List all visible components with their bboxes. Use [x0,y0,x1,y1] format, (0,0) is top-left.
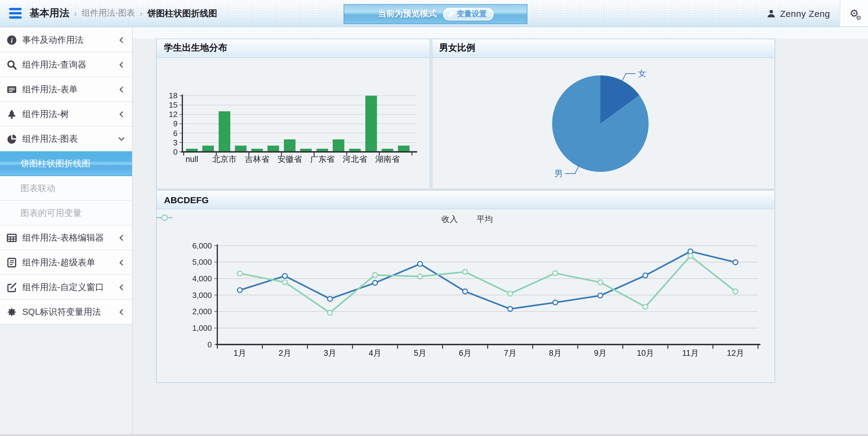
settings-button[interactable]: ⚙ ⚙ [840,0,868,27]
line-category-label: 12月 [727,349,744,358]
chevron-left-icon [118,61,125,68]
point-平均-12月[interactable] [733,289,738,294]
point-平均-1月[interactable] [238,271,242,276]
hamburger-menu-icon[interactable] [9,8,22,19]
sidebar-item-label: 组件用法-表格编辑器 [22,232,118,243]
line-ytick-label: 0 [208,340,212,349]
svg-text:i: i [11,36,13,44]
point-平均-2月[interactable] [282,280,287,285]
bar-null-1[interactable] [202,145,214,152]
line-category-label: 6月 [459,349,471,358]
point-收入-7月[interactable] [508,307,513,312]
point-平均-10月[interactable] [643,304,648,309]
point-平均-3月[interactable] [328,310,333,315]
point-平均-4月[interactable] [373,272,377,278]
line-category-label: 5月 [414,349,427,358]
legend-item-平均[interactable]: 平均 [473,214,493,225]
sidebar-item[interactable]: 组件用法-树 [0,102,132,127]
sidebar-item-label: 组件用法-表单 [22,84,118,95]
sidebar-item[interactable]: 组件用法-自定义窗口 [0,275,132,300]
point-收入-6月[interactable] [463,289,467,294]
sidebar-subitem[interactable]: 图表联动 [0,176,132,201]
line-chart-body: 收入平均 01,0002,0003,0004,0005,0006,0001月2月… [157,209,775,382]
sidebar-item[interactable]: SQL标识符变量用法 [0,300,132,324]
line-category-label: 3月 [324,349,336,358]
point-收入-1月[interactable] [238,288,242,292]
breadcrumb-brand[interactable]: 基本用法 [30,7,69,20]
point-平均-6月[interactable] [463,269,467,274]
point-收入-3月[interactable] [328,296,333,301]
bar-北京市-0[interactable] [219,111,230,151]
bar-湖南省-1[interactable] [398,145,410,152]
point-收入-2月[interactable] [282,273,287,278]
chevron-left-icon [118,86,125,93]
legend-item-收入[interactable]: 收入 [438,214,458,225]
point-收入-4月[interactable] [373,281,377,285]
bar-北京市-1[interactable] [235,145,247,152]
line-ytick-label: 2,000 [192,307,212,316]
point-收入-10月[interactable] [643,273,648,278]
sidebar-item[interactable]: 组件用法-表格编辑器 [0,226,132,250]
bar-ytick-label: 18 [169,91,178,100]
pie-chart: 女男 [432,58,774,188]
legend-label: 平均 [476,214,493,225]
bar-category-label: 湖南省 [375,154,400,164]
point-收入-12月[interactable] [733,260,738,265]
sidebar-item[interactable]: i事件及动作用法 [0,28,132,53]
point-收入-5月[interactable] [418,261,423,266]
line-ytick-label: 4,000 [192,274,212,283]
pie-slice-label: 男 [554,169,563,178]
sidebar-subitem[interactable]: 图表的可用变量 [0,201,132,226]
point-平均-9月[interactable] [598,280,603,285]
bar-河北省-1[interactable] [365,95,377,151]
line-ytick-label: 1,000 [192,323,212,332]
sidebar-item-label: 组件用法-图表 [22,133,118,144]
line-ytick-label: 5,000 [192,258,212,266]
sidebar-subitem-selected[interactable]: 饼图柱状图折线图 [0,151,132,176]
bar-category-label: 安徽省 [278,154,302,164]
point-平均-5月[interactable] [418,274,423,279]
point-收入-8月[interactable] [553,300,558,305]
pie-label-line [565,165,579,173]
point-平均-7月[interactable] [508,291,513,296]
pie-chart-icon [7,134,17,144]
panel-line-chart: ABCDEFG 收入平均 01,0002,0003,0004,0005,0006… [156,190,775,383]
sidebar-item[interactable]: 组件用法-查询器 [0,53,132,77]
pie-label-line [621,73,635,81]
point-平均-11月[interactable] [688,254,693,258]
line-category-label: 10月 [637,349,654,358]
bar-广东省-1[interactable] [333,139,344,151]
bar-ytick-label: 9 [173,119,178,128]
sidebar: i事件及动作用法组件用法-查询器组件用法-表单组件用法-树组件用法-图表饼图柱状… [0,27,133,436]
burst-icon [7,307,17,317]
line-chart: 01,0002,0003,0004,0005,0006,0001月2月3月4月5… [157,209,775,382]
table-icon [7,232,17,243]
panel-bar-chart: 学生出生地分布 0369121518null北京市吉林省安徽省广东省河北省湖南省 [156,38,430,189]
sidebar-item[interactable]: 组件用法-图表 [0,127,132,151]
point-收入-9月[interactable] [598,293,603,298]
point-平均-8月[interactable] [553,271,558,275]
line-category-label: 7月 [504,349,517,358]
gear-small-icon: ⚙ [856,15,861,21]
navbar-right: Zenny Zeng ⚙ ⚙ [767,0,868,27]
user-name: Zenny Zeng [780,8,830,19]
variable-settings-label: 变量设置 [457,9,487,19]
chevron-left-icon [118,111,125,117]
breadcrumb-parent[interactable]: 组件用法-图表 [82,8,135,19]
breadcrumb-separator: › [140,9,143,18]
bar-吉林省-1[interactable] [268,145,279,152]
search-icon [7,59,17,70]
bar-安徽省-0[interactable] [284,139,296,151]
bar-panel-title: 学生出生地分布 [157,39,430,58]
sidebar-item[interactable]: 组件用法-表单 [0,77,132,102]
sidebar-item[interactable]: 组件用法-超级表单 [0,250,132,275]
page-bottom-edge [0,434,868,436]
user-menu[interactable]: Zenny Zeng [767,0,840,27]
variable-settings-button[interactable]: 变量设置 [443,7,493,20]
navbar: 基本用法 › 组件用法-图表 › 饼图柱状图折线图 当前为预览模式 变量设置 Z… [0,0,868,27]
line-category-label: 9月 [594,349,607,358]
line-category-label: 1月 [234,349,246,358]
sidebar-item-label: 事件及动作用法 [22,34,118,46]
chevron-left-icon [118,36,125,43]
bar-category-label: null [186,154,198,164]
